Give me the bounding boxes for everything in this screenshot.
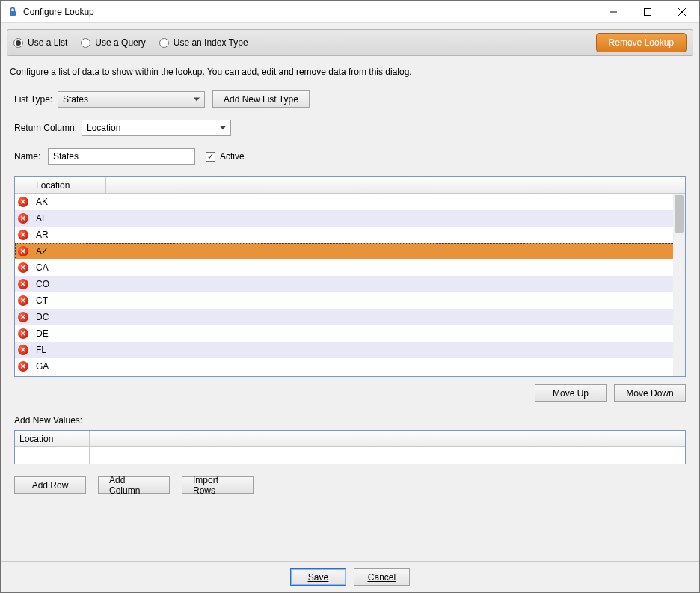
minimize-button[interactable] bbox=[596, 1, 630, 23]
radio-use-index-type[interactable]: Use an Index Type bbox=[159, 37, 248, 48]
grid-header: Location bbox=[15, 177, 685, 194]
grid-column-header[interactable]: Location bbox=[31, 177, 106, 193]
list-type-row: List Type: States Add New List Type bbox=[14, 90, 686, 108]
radio-label: Use a List bbox=[28, 37, 67, 48]
table-row[interactable]: CA bbox=[15, 259, 685, 276]
window: Configure Lookup Use a List Use a Query bbox=[0, 0, 700, 593]
svg-rect-0 bbox=[10, 11, 16, 16]
delete-icon bbox=[18, 279, 28, 289]
checkbox-icon bbox=[206, 152, 215, 162]
radio-use-list[interactable]: Use a List bbox=[13, 37, 67, 48]
list-type-value: States bbox=[63, 94, 88, 105]
scrollbar-thumb[interactable] bbox=[675, 195, 684, 233]
lock-icon bbox=[7, 6, 19, 18]
add-column-button[interactable]: Add Column bbox=[98, 476, 170, 494]
active-checkbox[interactable]: Active bbox=[206, 151, 245, 162]
name-row: Name: Active bbox=[14, 148, 686, 165]
save-label: Save bbox=[308, 572, 328, 583]
titlebar: Configure Lookup bbox=[1, 1, 699, 23]
radio-use-query[interactable]: Use a Query bbox=[81, 37, 145, 48]
table-row[interactable]: CT bbox=[15, 292, 685, 309]
row-delete-handle[interactable] bbox=[15, 259, 31, 276]
row-delete-handle[interactable] bbox=[15, 309, 31, 325]
add-list-type-button[interactable]: Add New List Type bbox=[212, 90, 310, 108]
delete-icon bbox=[18, 230, 28, 240]
delete-icon bbox=[18, 361, 28, 372]
row-delete-handle[interactable] bbox=[15, 243, 31, 259]
close-button[interactable] bbox=[665, 1, 699, 23]
chevron-down-icon bbox=[194, 97, 200, 101]
radio-label: Use an Index Type bbox=[174, 37, 248, 48]
radio-dot-icon bbox=[13, 38, 23, 48]
location-cell[interactable]: FL bbox=[31, 345, 685, 355]
table-row[interactable]: AR bbox=[15, 227, 685, 243]
add-grid-column-header[interactable]: Location bbox=[15, 431, 90, 446]
name-label: Name: bbox=[14, 151, 48, 162]
row-delete-handle[interactable] bbox=[15, 292, 31, 309]
location-cell[interactable]: AR bbox=[31, 230, 685, 240]
table-row[interactable]: FL bbox=[15, 342, 685, 358]
add-row-button[interactable]: Add Row bbox=[14, 476, 86, 494]
name-input[interactable] bbox=[48, 148, 195, 165]
location-cell[interactable]: AZ bbox=[31, 246, 685, 256]
radio-dot-icon bbox=[159, 38, 169, 48]
move-buttons: Move Up Move Down bbox=[14, 384, 686, 402]
location-cell[interactable]: DC bbox=[31, 312, 685, 322]
grid-scrollbar[interactable] bbox=[673, 194, 685, 376]
table-row[interactable]: AZ bbox=[15, 243, 685, 259]
mode-bar: Use a List Use a Query Use an Index Type… bbox=[7, 29, 693, 56]
row-delete-handle[interactable] bbox=[15, 194, 31, 210]
list-type-dropdown[interactable]: States bbox=[58, 91, 205, 108]
location-cell[interactable]: CA bbox=[31, 262, 685, 273]
add-grid-cell[interactable] bbox=[15, 447, 90, 464]
location-cell[interactable]: CT bbox=[31, 295, 685, 306]
add-grid-header: Location bbox=[15, 431, 685, 447]
location-cell[interactable]: AL bbox=[31, 213, 685, 224]
cancel-button[interactable]: Cancel bbox=[354, 568, 410, 586]
return-column-dropdown[interactable]: Location bbox=[82, 120, 231, 136]
return-column-label: Return Column: bbox=[14, 123, 82, 133]
location-cell[interactable]: CO bbox=[31, 279, 685, 289]
table-row[interactable]: GA bbox=[15, 358, 685, 375]
dialog-footer: Save Cancel bbox=[1, 561, 699, 592]
add-grid-row[interactable] bbox=[15, 447, 685, 464]
table-row[interactable]: DE bbox=[15, 325, 685, 342]
table-row[interactable]: CO bbox=[15, 276, 685, 292]
locations-grid: Location AKALARAZCACOCTDCDEFLGA bbox=[14, 176, 686, 377]
return-column-row: Return Column: Location bbox=[14, 120, 686, 136]
row-delete-handle[interactable] bbox=[15, 358, 31, 375]
table-row[interactable]: AK bbox=[15, 194, 685, 210]
move-down-button[interactable]: Move Down bbox=[614, 384, 686, 402]
delete-icon bbox=[18, 262, 28, 273]
delete-icon bbox=[18, 197, 28, 207]
grid-body: AKALARAZCACOCTDCDEFLGA bbox=[15, 194, 685, 376]
active-label: Active bbox=[220, 151, 245, 162]
delete-icon bbox=[18, 246, 28, 256]
location-cell[interactable]: DE bbox=[31, 328, 685, 339]
description-text: Configure a list of data to show within … bbox=[10, 67, 690, 77]
delete-icon bbox=[18, 312, 28, 322]
return-column-value: Location bbox=[87, 123, 120, 133]
mode-radio-group: Use a List Use a Query Use an Index Type bbox=[13, 37, 248, 48]
row-delete-handle[interactable] bbox=[15, 227, 31, 243]
svg-rect-2 bbox=[645, 8, 651, 15]
delete-icon bbox=[18, 213, 28, 224]
save-button[interactable]: Save bbox=[290, 568, 346, 586]
row-delete-handle[interactable] bbox=[15, 276, 31, 292]
maximize-button[interactable] bbox=[630, 1, 665, 23]
grid-row-handle-header bbox=[15, 177, 31, 193]
chevron-down-icon bbox=[220, 126, 226, 130]
import-rows-button[interactable]: Import Rows bbox=[182, 476, 254, 494]
row-delete-handle[interactable] bbox=[15, 342, 31, 358]
list-type-label: List Type: bbox=[14, 94, 58, 105]
location-cell[interactable]: GA bbox=[31, 361, 685, 372]
table-row[interactable]: AL bbox=[15, 210, 685, 227]
delete-icon bbox=[18, 345, 28, 355]
row-delete-handle[interactable] bbox=[15, 210, 31, 227]
window-title: Configure Lookup bbox=[23, 7, 94, 17]
table-row[interactable]: DC bbox=[15, 309, 685, 325]
move-up-button[interactable]: Move Up bbox=[535, 384, 607, 402]
remove-lookup-button[interactable]: Remove Lookup bbox=[596, 33, 687, 52]
row-delete-handle[interactable] bbox=[15, 325, 31, 342]
location-cell[interactable]: AK bbox=[31, 197, 685, 207]
